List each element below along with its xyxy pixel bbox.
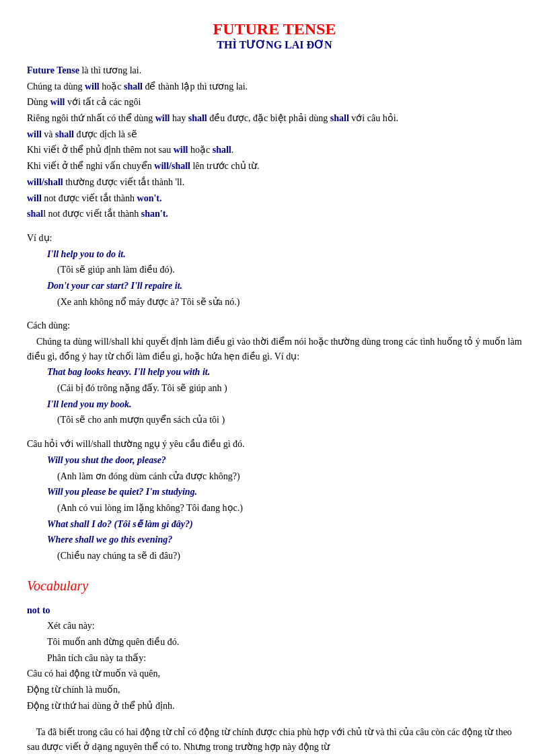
shall-label-3: shall [330,113,349,123]
will-label-1: will [85,81,100,92]
usage-example-translation-1: (Cái bị đó trông nặng đấy. Tôi sẽ giúp a… [27,381,522,396]
vocab-line-4: Câu có hai động từ muốn và quên, [27,666,522,681]
will-label-2: will [50,97,65,107]
page-title: FUTURE TENSE THÌ TƯƠNG LAI ĐƠN [27,20,522,51]
intro-line-9: will not được viết tắt thành won't. [27,191,522,206]
will-label-3: will [155,113,170,123]
question-text: Câu hỏi với will/shall thường ngụ ý yêu … [27,437,522,452]
intro-line-2: Chúng ta dùng will hoặc shall để thành l… [27,79,522,94]
intro-line-6: Khi viết ở thể phủ định thêm not sau wil… [27,143,522,158]
vocab-line-6: Động từ thứ hai dùng ở thể phủ định. [27,699,522,714]
vocab-line-2: Tôi muốn anh đừng quên điều đó. [27,635,522,650]
will-label-6: will [27,193,42,203]
question-example-blue-3: What shall I do? (Tôi sẽ làm gì đây?) [47,519,193,529]
main-content: Future Tense là thì tương lai. Chúng ta … [27,63,522,755]
wont-label: won't. [137,193,162,203]
not-to-label: not to [27,603,522,618]
question-example-sentence-2: Will you please be quiet? I'm studying. [27,485,522,500]
vocab-paragraph: Ta đã biết trong câu có hai động từ chỉ … [27,725,522,754]
example-translation-1: (Tôi sẽ giúp anh làm điều đó). [27,263,522,277]
question-example-blue-1: Will you shut the door, please? [47,455,166,465]
not-to-text: not to [27,605,50,615]
vocab-line-5: Động từ chính là muốn, [27,683,522,697]
title-sub: THÌ TƯƠNG LAI ĐƠN [27,38,522,51]
intro-line-8: will/shall thường được viết tắt thành 'l… [27,175,522,190]
intro-line-4: Riêng ngôi thứ nhất có thể dùng will hay… [27,111,522,126]
will-shall-label-1: will/shall [154,161,190,171]
intro-line-5: will và shall được dịch là sẽ [27,127,522,142]
vocab-line-1: Xét câu này: [27,619,522,633]
example-section-basic: Ví dụ: I'll help you to do it. (Tôi sẽ g… [27,231,522,309]
usage-example-blue-2: I'll lend you my book. [47,399,132,409]
example-label: Ví dụ: [27,231,522,246]
question-example-translation-1: (Anh làm ơn đóng dùm cánh cửa được không… [27,469,522,484]
shall-label-6: shal [27,209,43,219]
shall-label-2: shall [188,113,207,123]
vocab-title: Vocabulary [27,576,522,596]
intro-line-1: Future Tense là thì tương lai. [27,63,522,78]
usage-example-blue-1: That bag looks heavy. I'll help you with… [47,367,210,377]
usage-text: Chúng ta dùng will/shall khi quyết định … [27,335,522,364]
question-example-translation-2: (Anh có vui lòng im lặng không? Tôi đang… [27,501,522,516]
question-example-sentence-1: Will you shut the door, please? [27,453,522,468]
example-translation-2: (Xe anh không nổ máy được à? Tôi sẽ sửa … [27,295,522,310]
intro-section: Future Tense là thì tương lai. Chúng ta … [27,63,522,221]
usage-section: Cách dùng: Chúng ta dùng will/shall khi … [27,318,522,427]
usage-example-sentence-1: That bag looks heavy. I'll help you with… [27,365,522,380]
will-shall-label-2: will/shall [27,177,63,187]
question-example-blue-4: Where shall we go this evening? [47,535,172,545]
intro-line-10: shall not được viết tắt thành shan't. [27,207,522,221]
example-sentence-2: Don't your car start? I'll repaire it. [27,279,522,294]
title-main: FUTURE TENSE [27,20,522,38]
shall-label-1: shall [124,81,143,92]
question-example-translation-4: (Chiều nay chúng ta sẽ đi đâu?) [27,549,522,563]
usage-example-sentence-2: I'll lend you my book. [27,397,522,412]
vocab-line-3: Phân tích câu này ta thấy: [27,651,522,666]
usage-example-translation-2: (Tôi sẽ cho anh mượn quyển sách của tôi … [27,413,522,427]
example-blue-1: I'll help you to do it. [47,249,126,259]
question-section: Câu hỏi với will/shall thường ngụ ý yêu … [27,437,522,563]
shall-label-4: shall [55,129,74,139]
shant-label: shan't. [141,209,168,219]
intro-line-7: Khi viết ở thể nghi vấn chuyển will/shal… [27,159,522,174]
question-example-sentence-4: Where shall we go this evening? [27,532,522,547]
question-example-sentence-3: What shall I do? (Tôi sẽ làm gì đây?) [27,517,522,532]
will-label-4: will [27,129,42,139]
usage-label: Cách dùng: [27,318,522,333]
will-label-5: will [174,145,188,155]
future-tense-label: Future Tense [27,65,79,75]
intro-line-3: Dùng will với tất cả các ngôi [27,95,522,110]
shall-label-5: shall [213,145,231,155]
example-blue-2: Don't your car start? I'll repaire it. [47,281,182,291]
question-example-blue-2: Will you please be quiet? I'm studying. [47,487,197,497]
vocabulary-section: Vocabulary not to Xét câu này: Tôi muốn … [27,576,522,755]
example-sentence-1: I'll help you to do it. [27,247,522,262]
